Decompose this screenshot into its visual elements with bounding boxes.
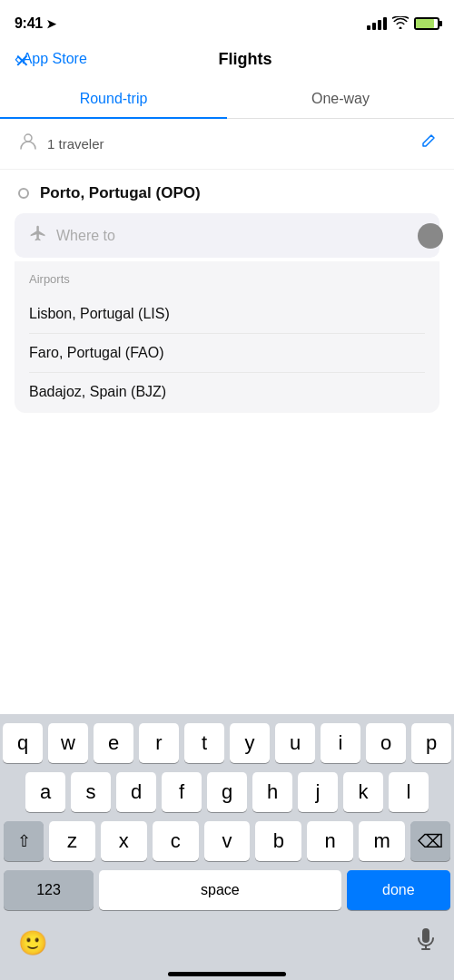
key-row-3: ⇧ z x c v b n m ⌫ [4,821,450,861]
home-indicator [168,972,286,976]
key-d[interactable]: d [116,772,156,812]
nav-bar: ‹ App Store Flights [0,40,454,80]
destination-search-box[interactable]: Where to [15,213,439,258]
key-o[interactable]: o [366,723,406,763]
back-label: App Store [23,51,87,67]
key-i[interactable]: i [321,723,360,763]
emoji-icon[interactable]: 🙂 [18,929,47,957]
key-q[interactable]: q [3,723,43,763]
traveler-count: 1 traveler [47,136,104,152]
home-indicator-row [0,965,454,980]
battery-fill [416,19,434,28]
status-right [367,16,439,32]
key-c[interactable]: c [153,821,199,861]
signal-bar-3 [378,20,381,30]
key-row-2: a s d f g h j k l [4,772,450,812]
airport-item-fao[interactable]: Faro, Portugal (FAO) [29,334,425,373]
key-h[interactable]: h [252,772,292,812]
key-n[interactable]: n [307,821,353,861]
key-a[interactable]: a [25,772,65,812]
numbers-key[interactable]: 123 [4,870,94,910]
signal-bars [367,17,387,30]
location-arrow-icon: ➤ [46,17,56,31]
spacer-right [434,772,450,812]
origin-label: Porto, Portugal (OPO) [40,184,201,202]
key-row-4: 123 space done [4,870,450,910]
person-icon [18,132,38,156]
status-time: 9:41 [15,15,43,32]
key-w[interactable]: w [48,723,88,763]
traveler-row: 1 traveler [0,119,454,170]
key-k[interactable]: k [343,772,383,812]
keyboard: q w e r t y u i o p a s d f g h j k l ⇧ [0,714,454,980]
spacer-left [4,772,20,812]
airports-section-label: Airports [29,272,425,286]
space-key[interactable]: space [99,870,341,910]
origin-row: Porto, Portugal (OPO) [0,170,454,213]
done-key[interactable]: done [347,870,450,910]
wifi-icon [392,16,409,32]
tab-one-way[interactable]: One-way [227,80,454,118]
airport-item-lis[interactable]: Lisbon, Portugal (LIS) [29,295,425,334]
key-rows: q w e r t y u i o p a s d f g h j k l ⇧ [0,714,454,923]
destination-placeholder: Where to [56,228,115,244]
airport-item-bjz[interactable]: Badajoz, Spain (BJZ) [29,373,425,406]
key-m[interactable]: m [359,821,405,861]
shift-key[interactable]: ⇧ [4,821,44,861]
tab-round-trip[interactable]: Round-trip [0,80,227,118]
key-t[interactable]: t [184,723,224,763]
svg-point-0 [25,134,32,142]
close-icon: ✕ [15,51,30,71]
key-v[interactable]: v [204,821,251,861]
signal-bar-1 [367,25,370,30]
battery-icon [414,17,439,30]
status-left: 9:41 ➤ [15,15,56,32]
keyboard-bottom-row: 🙂 [0,923,454,965]
close-button[interactable]: ✕ [15,50,30,72]
key-e[interactable]: e [94,723,133,763]
signal-bar-4 [383,17,387,30]
edit-icon[interactable] [419,133,436,154]
key-l[interactable]: l [389,772,429,812]
key-z[interactable]: z [49,821,95,861]
page-title: Flights [87,50,403,69]
mic-icon[interactable] [416,928,436,957]
key-g[interactable]: g [207,772,247,812]
origin-dot-icon [18,188,29,199]
key-f[interactable]: f [162,772,202,812]
key-row-1: q w e r t y u i o p [4,723,450,763]
key-b[interactable]: b [255,821,301,861]
plane-icon [29,224,47,247]
delete-key[interactable]: ⌫ [410,821,450,861]
svg-rect-1 [422,928,429,943]
key-s[interactable]: s [71,772,111,812]
key-u[interactable]: u [275,723,315,763]
key-y[interactable]: y [230,723,270,763]
key-r[interactable]: r [139,723,179,763]
traveler-left: 1 traveler [18,132,104,156]
key-j[interactable]: j [298,772,338,812]
airports-dropdown: Airports Lisbon, Portugal (LIS) Faro, Po… [15,261,439,413]
key-x[interactable]: x [101,821,147,861]
signal-bar-2 [372,23,376,30]
tab-bar: Round-trip One-way [0,80,454,119]
status-bar: 9:41 ➤ [0,0,454,40]
key-p[interactable]: p [411,723,451,763]
loading-indicator [418,223,443,249]
